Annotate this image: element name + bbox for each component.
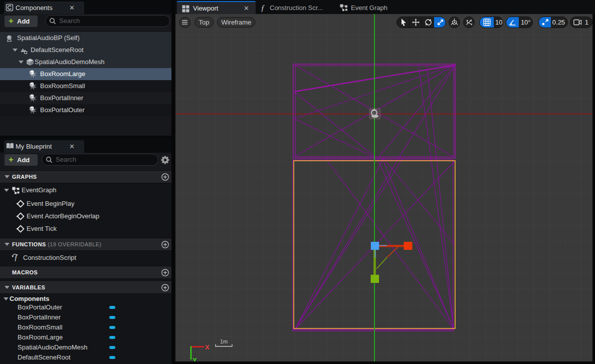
svg-text:X: X (205, 343, 210, 351)
svg-text:1m: 1m (220, 338, 228, 344)
svg-text:Y: Y (192, 356, 197, 361)
